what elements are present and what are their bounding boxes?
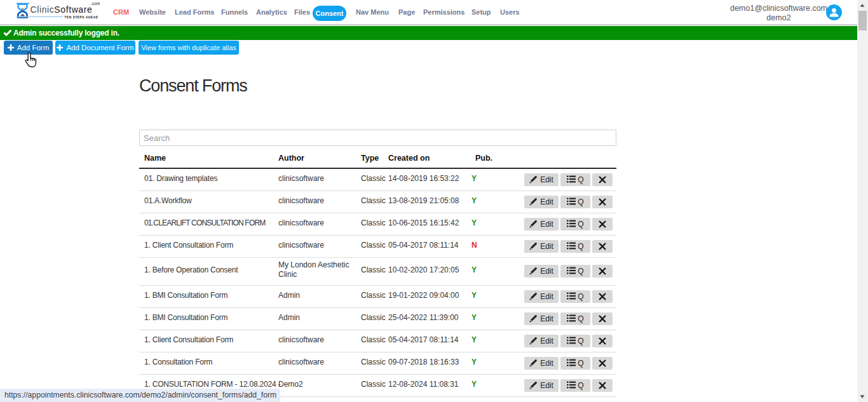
svg-text:.com: .com xyxy=(91,1,100,6)
svg-text:ClinicSoftware: ClinicSoftware xyxy=(31,4,93,15)
svg-text:TEN STEPS AHEAD: TEN STEPS AHEAD xyxy=(65,16,98,19)
